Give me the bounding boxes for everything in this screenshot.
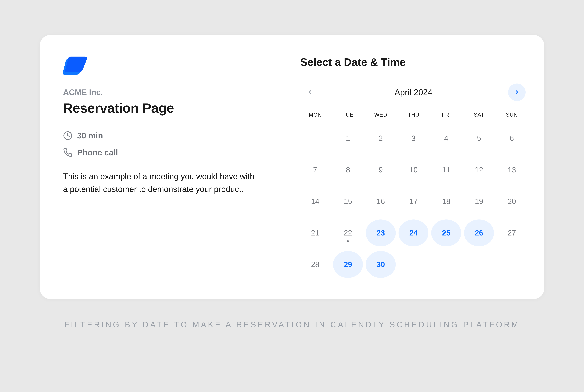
day-2: 2 xyxy=(366,125,396,152)
event-description: This is an example of a meeting you woul… xyxy=(63,170,258,196)
day-9: 9 xyxy=(366,156,396,183)
day-22: 22 xyxy=(333,220,363,246)
day-empty xyxy=(431,251,461,278)
next-month-button[interactable] xyxy=(508,84,526,101)
duration-text: 30 min xyxy=(77,131,103,140)
day-30[interactable]: 30 xyxy=(366,251,396,278)
day-29[interactable]: 29 xyxy=(333,251,363,278)
day-header: FRI xyxy=(431,112,461,125)
month-nav: April 2024 xyxy=(300,84,527,101)
day-28: 28 xyxy=(300,251,330,278)
day-empty xyxy=(300,125,330,152)
day-16: 16 xyxy=(366,188,396,215)
prev-month-button[interactable] xyxy=(301,84,319,101)
day-12: 12 xyxy=(464,156,494,183)
day-3: 3 xyxy=(398,125,428,152)
event-panel: ACME Inc. Reservation Page 30 min Phone … xyxy=(40,35,277,299)
day-header: SAT xyxy=(464,112,494,125)
calendar-week: 78910111213 xyxy=(300,156,527,183)
day-1: 1 xyxy=(333,125,363,152)
duration-row: 30 min xyxy=(63,131,258,140)
day-25[interactable]: 25 xyxy=(431,220,461,246)
day-4: 4 xyxy=(431,125,461,152)
day-5: 5 xyxy=(464,125,494,152)
scheduling-card: ACME Inc. Reservation Page 30 min Phone … xyxy=(40,35,544,299)
day-empty xyxy=(497,251,527,278)
calendar-week: 123456 xyxy=(300,125,527,152)
day-7: 7 xyxy=(300,156,330,183)
day-header: TUE xyxy=(333,112,363,125)
calendar-heading: Select a Date & Time xyxy=(300,56,527,68)
clock-icon xyxy=(63,131,72,140)
day-17: 17 xyxy=(398,188,428,215)
chevron-left-icon xyxy=(307,89,313,96)
day-13: 13 xyxy=(497,156,527,183)
day-19: 19 xyxy=(464,188,494,215)
day-15: 15 xyxy=(333,188,363,215)
day-8: 8 xyxy=(333,156,363,183)
calendar-grid: 1234567891011121314151617181920212223242… xyxy=(300,125,527,278)
day-21: 21 xyxy=(300,220,330,246)
day-11: 11 xyxy=(431,156,461,183)
day-header: MON xyxy=(300,112,330,125)
day-14: 14 xyxy=(300,188,330,215)
day-empty xyxy=(398,251,428,278)
location-row: Phone call xyxy=(63,148,258,157)
day-header: SUN xyxy=(497,112,527,125)
event-title: Reservation Page xyxy=(63,100,258,116)
calendar-week: 14151617181920 xyxy=(300,188,527,215)
day-27: 27 xyxy=(497,220,527,246)
day-24[interactable]: 24 xyxy=(398,220,428,246)
chevron-right-icon xyxy=(514,89,520,96)
day-header: THU xyxy=(398,112,428,125)
day-20: 20 xyxy=(497,188,527,215)
day-10: 10 xyxy=(398,156,428,183)
month-label: April 2024 xyxy=(394,88,432,97)
day-23[interactable]: 23 xyxy=(366,220,396,246)
org-logo xyxy=(63,56,88,77)
calendar-week: 282930 xyxy=(300,251,527,278)
day-6: 6 xyxy=(497,125,527,152)
calendar-panel: Select a Date & Time April 2024 MON TUE … xyxy=(277,35,544,299)
day-header: WED xyxy=(366,112,396,125)
figure-caption: FILTERING BY DATE TO MAKE A RESERVATION … xyxy=(40,320,544,329)
location-text: Phone call xyxy=(77,148,118,157)
calendar-week: 21222324252627 xyxy=(300,220,527,246)
phone-icon xyxy=(63,148,72,157)
org-name: ACME Inc. xyxy=(63,88,258,97)
day-empty xyxy=(464,251,494,278)
day-26[interactable]: 26 xyxy=(464,220,494,246)
day-header-row: MON TUE WED THU FRI SAT SUN xyxy=(300,112,527,125)
day-18: 18 xyxy=(431,188,461,215)
